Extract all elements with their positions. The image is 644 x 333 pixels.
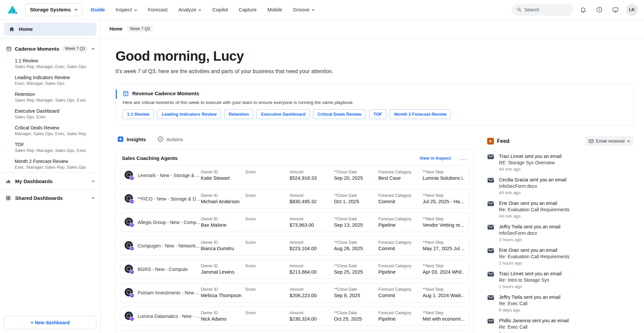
cell-close-date: **Close Date Sep 13, 2025 [334, 217, 378, 228]
cadence-item-roles: Sales Rep, Manager, Sales Ops, Exec [15, 98, 96, 103]
nav-item[interactable]: Copilot [212, 7, 228, 12]
feed-item[interactable]: Jeffry Twila sent you an email Re: Exec … [487, 294, 634, 313]
feed-timestamp: 6 days ago [499, 307, 560, 313]
deal-row[interactable]: BGRS - New - Compute Owner ID Jammal Lew… [120, 260, 469, 279]
moment-pill[interactable]: TOF [369, 109, 386, 119]
feed-item[interactable]: Cecilia Gracia sent you an email InfoSec… [487, 177, 634, 196]
sidebar-item-home[interactable]: Home [4, 22, 96, 36]
app-logo-icon[interactable] [6, 3, 19, 16]
cadence-items-list: 1:1 Review Sales Rep, Manager, Exec, Sal… [0, 55, 100, 173]
cell-score: Score [245, 264, 289, 275]
cell-close-date: **Close Date Sep 20, 2025 [334, 170, 378, 181]
feed-filter-dropdown[interactable]: Email received [585, 136, 634, 146]
tab-actions[interactable]: Actions [157, 136, 183, 142]
deal-row[interactable]: Putnam Investments - New ... Owner ID Me… [120, 283, 469, 302]
feed-timestamp: 44 min ago [499, 166, 561, 172]
feed-sender: Cecilia Gracia sent you an email [499, 177, 566, 183]
feed-subject: Re: Intro to Storage Sys [499, 277, 561, 283]
cell-owner-id: Owner ID Michael Anderson [201, 193, 245, 205]
feed-timestamp: 2 hours ago [499, 236, 560, 243]
chevron-down-icon [312, 8, 315, 12]
envelope-icon [589, 139, 594, 143]
moment-pill[interactable]: 1:1 Review [123, 109, 154, 119]
cadence-moments-header[interactable]: Cadence Moments Week 7 Q3 [0, 39, 100, 55]
feed-item[interactable]: Traci Linnet sent you an email RE: Stora… [487, 153, 634, 172]
agent-avatar-icon [124, 241, 134, 251]
nav-item[interactable]: Analyze [178, 7, 201, 12]
feed-item[interactable]: Jeffry Twila sent you an email InfoSecFo… [487, 224, 634, 243]
calendar-star-icon [6, 46, 12, 52]
feed-sender: Jeffry Twila sent you an email [499, 294, 560, 300]
deal-name: BGRS - New - Compute [138, 267, 188, 272]
feed-item[interactable]: Traci Linnet sent you an email Re: Intro… [487, 271, 634, 290]
cadence-item[interactable]: Executive Dashboard Sales Ops, Exec [0, 106, 100, 122]
feed-item[interactable]: Erie Oran sent you an email Re: Evaluati… [487, 247, 634, 266]
nav-item[interactable]: Groove [293, 7, 315, 12]
cell-owner-id: Owner ID Melissa Thompson [201, 287, 245, 298]
deal-row[interactable]: **FICO - New - Storage & D... Owner ID M… [120, 189, 469, 209]
moment-pill[interactable]: Leading Indicators Review [157, 109, 221, 119]
chevron-up-icon[interactable] [91, 47, 95, 51]
cadence-item-roles: Sales Rep, Manager, Sales Ops, Exec [15, 148, 96, 153]
deal-row[interactable]: Compugen - New - Network... Owner ID Bia… [120, 236, 469, 256]
feed-panel: Feed Email received [487, 136, 634, 333]
agents-card-title: Sales Coaching Agents [122, 155, 178, 161]
feed-subject: InfoSecForm.docx [499, 230, 560, 236]
moment-pill[interactable]: Retention [224, 109, 253, 119]
sales-coaching-agents-card: Sales Coaching Agents View in Inspect ..… [116, 149, 474, 333]
deal-row[interactable]: Lumina Datamatics - New - ... Owner ID N… [120, 307, 469, 326]
deal-row[interactable]: Lexmark - New - Storage & ... Owner ID K… [120, 166, 469, 185]
moment-pill[interactable]: Critical Deals Review [313, 109, 366, 119]
agent-avatar-icon [124, 170, 134, 180]
workspace-selector[interactable]: Storage Systems [25, 3, 83, 16]
display-monitor-icon[interactable] [610, 4, 621, 15]
help-icon[interactable]: ? [594, 4, 605, 15]
email-icon [487, 294, 495, 313]
moment-pill[interactable]: Executive Dashboard [257, 109, 310, 119]
more-options-button[interactable]: ... [460, 155, 467, 162]
view-in-inspect-link[interactable]: View in Inspect [419, 156, 451, 161]
sidebar-item-shared-dashboards[interactable]: Shared Dashboards [0, 189, 100, 206]
cadence-item[interactable]: Retention Sales Rep, Manager, Sales Ops,… [0, 89, 100, 106]
svg-text:?: ? [598, 8, 600, 11]
cadence-item[interactable]: 1:1 Review Sales Rep, Manager, Exec, Sal… [0, 55, 100, 72]
home-icon [9, 26, 15, 32]
deal-row[interactable]: Allegis Group - New - Comp... Owner ID B… [120, 213, 469, 232]
feed-timestamp: 44 min ago [499, 189, 566, 196]
new-dashboard-button[interactable]: + New dashboard [4, 316, 96, 329]
cell-score: Score [245, 193, 289, 205]
shared-dashboards-label: Shared Dashboards [15, 195, 63, 201]
cadence-item[interactable]: Month 2 Forecast Review Exec, Manager, S… [0, 156, 100, 173]
sidebar-item-my-dashboards[interactable]: My Dashboards [0, 173, 100, 189]
user-avatar[interactable]: LK [626, 4, 638, 16]
tab-insights[interactable]: Insights [118, 136, 146, 142]
search-box[interactable] [512, 4, 573, 16]
nav-item[interactable]: Capture [239, 7, 257, 12]
feed-item[interactable]: Phillis Janenna sent you an email Re: Ex… [487, 318, 634, 333]
feed-item[interactable]: Erie Oran sent you an email Re: Evaluati… [487, 200, 634, 219]
chevron-down-icon [134, 8, 137, 12]
search-input[interactable] [524, 7, 565, 12]
agent-avatar-icon [124, 288, 134, 298]
chevron-down-icon [198, 8, 201, 12]
nav-item[interactable]: Forecast [148, 7, 168, 12]
deal-name: Allegis Group - New - Comp... [138, 220, 200, 225]
cell-amount: Amount $830,495.32 [289, 193, 334, 205]
deal-name: Lumina Datamatics - New - ... [138, 314, 199, 319]
deal-row[interactable]: Internet Brands - New - Co... Owner ID N… [120, 330, 469, 333]
cadence-item[interactable]: TOF Sales Rep, Manager, Sales Ops, Exec [0, 139, 100, 156]
cadence-item[interactable]: Critical Deals Review Manager, Sales Ops… [0, 122, 100, 139]
nav-item[interactable]: Inspect [116, 7, 137, 12]
notifications-bell-icon[interactable] [578, 4, 589, 15]
cadence-item-title: TOF [15, 142, 96, 147]
breadcrumb-home[interactable]: Home [109, 26, 123, 32]
cadence-item[interactable]: Leading Indicators Review Exec, Manager,… [0, 72, 100, 89]
cell-close-date: **Close Date Oct 25, 2025 [334, 311, 378, 322]
cadence-item-title: Month 2 Forecast Review [15, 159, 96, 164]
main-content: Home Week 7 Q3 Good morning, Lucy It's w… [101, 19, 644, 333]
moment-pill[interactable]: Month 2 Forecast Review [390, 109, 451, 119]
cell-forecast-category: Forecast Category Commit [378, 240, 423, 252]
cell-score: Score [245, 311, 289, 322]
nav-item[interactable]: Guide [91, 7, 105, 12]
nav-item[interactable]: Mobile [267, 7, 282, 12]
